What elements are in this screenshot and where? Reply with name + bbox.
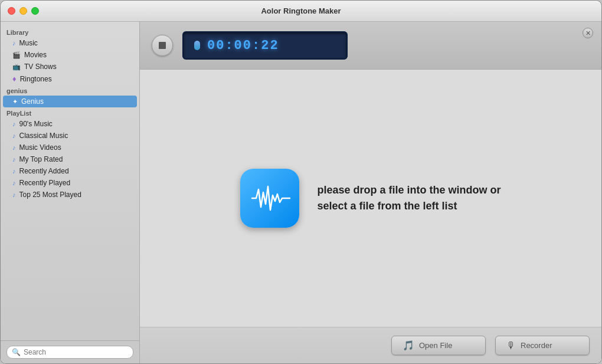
recorder-button[interactable]: 🎙 Recorder bbox=[495, 336, 590, 355]
drop-area: please drop a file into the window or se… bbox=[140, 70, 601, 327]
classical-icon: ♪ bbox=[12, 132, 16, 139]
sidebar-item-ringtones-label: Ringtones bbox=[20, 75, 52, 83]
sidebar-item-music[interactable]: ♪ Music bbox=[1, 37, 139, 49]
stop-icon bbox=[159, 42, 166, 49]
sidebar-item-ringtones[interactable]: ♦ Ringtones bbox=[1, 73, 139, 85]
toprated-icon: ♪ bbox=[12, 156, 16, 163]
genius-icon: ✦ bbox=[12, 98, 18, 106]
file-icon: 🎵 bbox=[403, 340, 414, 351]
minimize-button[interactable] bbox=[19, 7, 27, 15]
drop-text-line1: please drop a file into the window or bbox=[317, 184, 500, 196]
movies-icon: 🎬 bbox=[12, 51, 21, 59]
sidebar-item-top25[interactable]: ♪ Top 25 Most Played bbox=[1, 189, 139, 201]
playlist-header: PlayList bbox=[1, 107, 139, 118]
sidebar-item-recently-added[interactable]: ♪ Recently Added bbox=[1, 165, 139, 177]
recently-added-icon: ♪ bbox=[12, 168, 16, 175]
app-icon bbox=[240, 169, 299, 228]
waveform-icon bbox=[249, 183, 290, 213]
sidebar-item-classical[interactable]: ♪ Classical Music bbox=[1, 130, 139, 142]
sidebar-item-90s-label: 90's Music bbox=[19, 120, 53, 128]
recently-played-icon: ♪ bbox=[12, 179, 16, 186]
open-file-button[interactable]: 🎵 Open File bbox=[391, 336, 486, 355]
mic-indicator bbox=[194, 41, 200, 50]
sidebar-item-genius[interactable]: ✦ Genius bbox=[3, 96, 137, 107]
music-icon: ♪ bbox=[12, 40, 16, 47]
sidebar-search-area: 🔍 bbox=[1, 340, 139, 363]
display-panel: 00:00:22 bbox=[182, 31, 348, 60]
close-icon: ✕ bbox=[585, 29, 591, 37]
stop-button[interactable] bbox=[152, 35, 173, 56]
genius-header: genius bbox=[1, 85, 139, 96]
sidebar-item-recently-added-label: Recently Added bbox=[19, 167, 69, 175]
drop-text: please drop a file into the window or se… bbox=[317, 182, 500, 214]
window-title: Aolor Ringtone Maker bbox=[261, 6, 341, 15]
open-file-label: Open File bbox=[419, 341, 452, 350]
mic-icon: 🎙 bbox=[506, 340, 516, 351]
main-window: Aolor Ringtone Maker Library ♪ Music 🎬 M… bbox=[0, 0, 602, 364]
player-panel: ✕ 00:00:22 bbox=[140, 22, 601, 70]
search-icon: 🔍 bbox=[12, 348, 21, 356]
sidebar: Library ♪ Music 🎬 Movies 📺 TV Shows ♦ Ri… bbox=[1, 22, 140, 363]
sidebar-item-music-videos[interactable]: ♪ Music Videos bbox=[1, 142, 139, 153]
sidebar-item-movies-label: Movies bbox=[24, 51, 47, 59]
search-box[interactable]: 🔍 bbox=[6, 346, 133, 359]
sidebar-content: Library ♪ Music 🎬 Movies 📺 TV Shows ♦ Ri… bbox=[1, 22, 139, 340]
sidebar-item-top-rated[interactable]: ♪ My Top Rated bbox=[1, 153, 139, 165]
sidebar-item-recently-played-label: Recently Played bbox=[19, 179, 71, 187]
sidebar-item-top-rated-label: My Top Rated bbox=[19, 155, 63, 163]
sidebar-item-90s[interactable]: ♪ 90's Music bbox=[1, 118, 139, 130]
tv-icon: 📺 bbox=[12, 63, 21, 71]
recorder-label: Recorder bbox=[521, 341, 552, 350]
search-input[interactable] bbox=[24, 348, 128, 356]
main-area: Library ♪ Music 🎬 Movies 📺 TV Shows ♦ Ri… bbox=[1, 22, 601, 363]
maximize-button[interactable] bbox=[31, 7, 39, 15]
top25-icon: ♪ bbox=[12, 191, 16, 198]
sidebar-item-music-videos-label: Music Videos bbox=[19, 143, 61, 152]
content-area: ✕ 00:00:22 please drop a f bbox=[140, 22, 601, 363]
player-close-button[interactable]: ✕ bbox=[583, 28, 593, 38]
sidebar-item-tvshows[interactable]: 📺 TV Shows bbox=[1, 61, 139, 73]
sidebar-item-recently-played[interactable]: ♪ Recently Played bbox=[1, 177, 139, 189]
ringtone-icon: ♦ bbox=[12, 74, 17, 83]
bottom-bar: 🎵 Open File 🎙 Recorder bbox=[140, 327, 601, 363]
sidebar-item-movies[interactable]: 🎬 Movies bbox=[1, 49, 139, 61]
sidebar-item-music-label: Music bbox=[19, 39, 38, 47]
sidebar-item-tvshows-label: TV Shows bbox=[24, 63, 57, 71]
drop-text-line2: select a file from the left list bbox=[317, 200, 457, 212]
timer-display: 00:00:22 bbox=[207, 38, 279, 53]
sidebar-item-genius-label: Genius bbox=[21, 97, 44, 106]
titlebar: Aolor Ringtone Maker bbox=[1, 1, 601, 22]
library-header: Library bbox=[1, 27, 139, 37]
sidebar-item-classical-label: Classical Music bbox=[19, 132, 68, 140]
videos-icon: ♪ bbox=[12, 144, 16, 151]
90s-icon: ♪ bbox=[12, 120, 16, 127]
window-controls bbox=[8, 7, 39, 15]
sidebar-item-top25-label: Top 25 Most Played bbox=[19, 191, 81, 199]
close-button[interactable] bbox=[8, 7, 15, 15]
